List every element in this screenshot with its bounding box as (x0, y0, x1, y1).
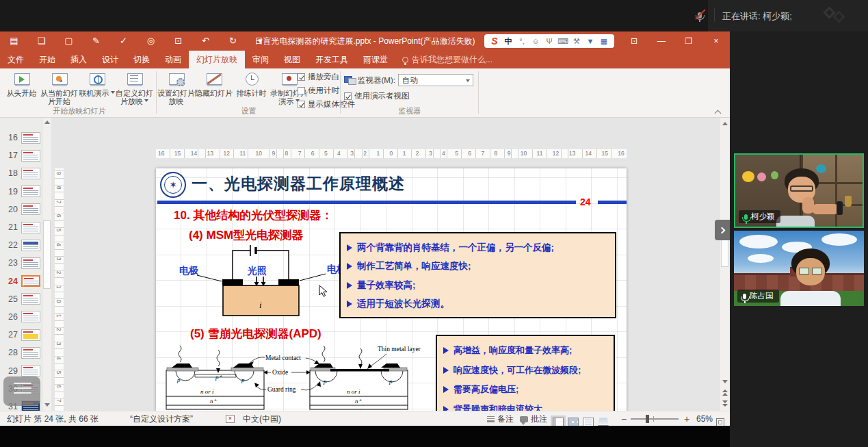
tab-animations[interactable]: 动画 (157, 51, 189, 68)
slide-thumbnail[interactable]: 20 (0, 201, 42, 218)
print-preview-icon[interactable]: ◎ (145, 31, 157, 51)
ribbon-display-options-button[interactable]: ⊡ (620, 31, 648, 51)
input-mode-icon[interactable]: 中 (502, 34, 514, 48)
scroll-down-icon[interactable] (722, 380, 728, 383)
scroll-up-icon[interactable] (44, 120, 50, 124)
voice-input-icon[interactable]: Ψ (543, 34, 555, 48)
slide-thumbnail[interactable]: 24 (0, 272, 42, 290)
redo-icon[interactable]: ↻ (227, 31, 239, 51)
zoom-slider[interactable] (631, 418, 679, 420)
slide-thumbnail[interactable]: 17 (0, 146, 42, 164)
vertical-ruler[interactable]: 9876543210123456789 (55, 168, 64, 434)
tab-transitions[interactable]: 切换 (126, 51, 157, 68)
slideshow-icon[interactable]: ⊡ (172, 31, 184, 51)
tab-file[interactable]: 文件 (0, 51, 31, 68)
ribbon-group-label: 开始放映幻灯片 (3, 106, 156, 116)
apd-points-box[interactable]: 高增益，响应度和量子效率高; 响应速度快，可工作在微波频段; 需要高反偏电压; (436, 335, 615, 421)
collapse-ribbon-button[interactable] (715, 110, 722, 114)
save-icon[interactable]: ▤ (8, 31, 20, 51)
comments-button[interactable]: 批注 (520, 411, 547, 426)
from-current-slide-button[interactable]: 从当前幻灯片开始 (40, 70, 78, 105)
slide-number-indicator[interactable]: 幻灯片 第 24 张, 共 66 张 (7, 411, 98, 426)
horizontal-ruler[interactable]: 1615141312111098765432101234567891011121… (156, 149, 627, 158)
tab-view[interactable]: 视图 (276, 51, 308, 68)
scroll-up-icon[interactable] (722, 122, 728, 125)
spell-check-icon[interactable] (226, 415, 235, 423)
powerpoint-window: ▤❏▢✎✓◎⊡↶↻▾ 日盲光电探测器的研究进展.pptx - PowerPoin… (0, 31, 730, 426)
ribbon-group-label: 监视器 (341, 106, 478, 116)
toolbox-icon[interactable]: ⚒ (570, 34, 583, 48)
slide-thumbnail[interactable]: 21 (0, 218, 42, 236)
slide-thumbnail[interactable]: 23 (0, 254, 42, 272)
emoji-icon[interactable]: ☺ (529, 34, 542, 48)
video-tile-active-speaker[interactable]: 柯少颖 (734, 153, 864, 228)
tab-slideshow[interactable]: 幻灯片放映 (189, 51, 245, 68)
setup-slideshow-button[interactable]: 设置幻灯片放映 (157, 70, 195, 105)
tab-developer[interactable]: 开发工具 (308, 51, 356, 68)
zoom-in-button[interactable]: + (684, 411, 689, 426)
present-online-button[interactable]: 联机演示 (78, 70, 116, 105)
ribbon-group-setup: 设置幻灯片放映 隐藏幻灯片 排练计时 (157, 68, 340, 117)
tab-insert[interactable]: 插入 (63, 51, 94, 68)
floating-meeting-widget[interactable] (3, 376, 40, 406)
grid-icon[interactable]: ▦ (598, 34, 610, 48)
open-icon[interactable]: ❏ (36, 31, 47, 51)
customize-qat-icon[interactable]: ▾ (254, 31, 266, 51)
tab-rain-classroom[interactable]: 雨课堂 (356, 51, 395, 68)
tab-review[interactable]: 审阅 (245, 51, 276, 68)
tab-design[interactable]: 设计 (94, 51, 126, 68)
scroll-down-icon[interactable] (44, 403, 50, 407)
vertical-scrollbar[interactable] (720, 118, 730, 411)
zoom-out-button[interactable]: − (621, 411, 627, 426)
ink-pen-icon[interactable]: ✎ (90, 31, 102, 51)
slide-thumbnail[interactable]: 22 (0, 236, 42, 254)
thumbnail-scrollbar[interactable] (42, 118, 51, 411)
restore-button[interactable]: ❐ (675, 31, 702, 51)
slide-thumbnail[interactable]: 25 (0, 290, 42, 308)
custom-slideshow-button[interactable]: 自定义幻灯片放映 (116, 70, 153, 105)
from-beginning-button[interactable]: 从头开始 (3, 70, 40, 105)
msm-section-title: (4) MSM型光电探测器 (189, 227, 303, 243)
slide-thumbnail[interactable]: 28 (0, 344, 42, 361)
punctuation-icon[interactable]: °, (516, 34, 528, 48)
bullet-item: 适用于短波长光探测。 (347, 295, 615, 314)
ime-toolbar[interactable]: S中°,☺Ψ⌨⚒▼▦ (484, 34, 614, 48)
presenter-view-checkbox[interactable]: 使用演示者视图 (344, 91, 410, 101)
zoom-level[interactable]: 65% (696, 411, 713, 426)
msm-points-box[interactable]: 两个背靠背的肖特基结，一个正偏，另一个反偏; 制作工艺简单，响应速度快; 量子效… (339, 232, 616, 318)
spelling-icon[interactable]: ✓ (118, 31, 129, 51)
close-button[interactable]: × (702, 31, 730, 51)
slide-thumbnail[interactable]: 27 (0, 326, 42, 344)
slide-thumbnail[interactable]: 16 (0, 129, 42, 146)
minimize-button[interactable]: — (648, 31, 675, 51)
monitor-select[interactable]: 自动 (398, 74, 473, 86)
new-icon[interactable]: ▢ (63, 31, 75, 51)
rehearse-timings-button[interactable]: 排练计时 (233, 70, 270, 105)
scrollbar-thumb[interactable] (43, 220, 51, 289)
slide-thumbnail[interactable]: 26 (0, 308, 42, 326)
notes-button[interactable]: 备注 (487, 411, 514, 426)
quick-access-toolbar: ▤❏▢✎✓◎⊡↶↻▾ (8, 31, 282, 51)
sogou-logo-icon[interactable]: S (488, 34, 501, 48)
collapse-video-panel-button[interactable] (715, 220, 730, 240)
zoom-slider-thumb[interactable] (646, 415, 649, 423)
next-slide-button[interactable] (722, 400, 728, 407)
tell-me-box[interactable]: 告诉我您想要做什么... (402, 51, 492, 68)
undo-icon[interactable]: ↶ (200, 31, 211, 51)
slideshow-screen-icon (243, 71, 261, 88)
previous-slide-button[interactable] (722, 389, 728, 396)
muted-mic-icon[interactable] (695, 9, 706, 23)
video-tile[interactable]: 陈占国 (734, 231, 864, 306)
slide-thumbnail[interactable]: 18 (0, 164, 42, 182)
tab-home[interactable]: 开始 (31, 51, 63, 68)
keyboard-icon[interactable]: ⌨ (557, 34, 569, 48)
hide-slide-button[interactable]: 隐藏幻灯片 (195, 70, 233, 105)
skin-icon[interactable]: ▼ (584, 34, 596, 48)
slide-thumbnail[interactable]: 19 (0, 183, 42, 201)
slide-canvas[interactable]: 一、光电探测器工作原理概述 24 10. 其他结构的光伏型探测器： (4) MS… (156, 168, 627, 434)
status-bar: 幻灯片 第 24 张, 共 66 张 “自定义设计方案” 中文(中国) 备注 批… (0, 411, 730, 426)
bullet-item: 量子效率较高; (347, 276, 615, 295)
language-indicator[interactable]: 中文(中国) (243, 411, 281, 426)
monitor-label: 监视器(M): (358, 75, 395, 86)
theme-indicator[interactable]: “自定义设计方案” (130, 411, 193, 426)
